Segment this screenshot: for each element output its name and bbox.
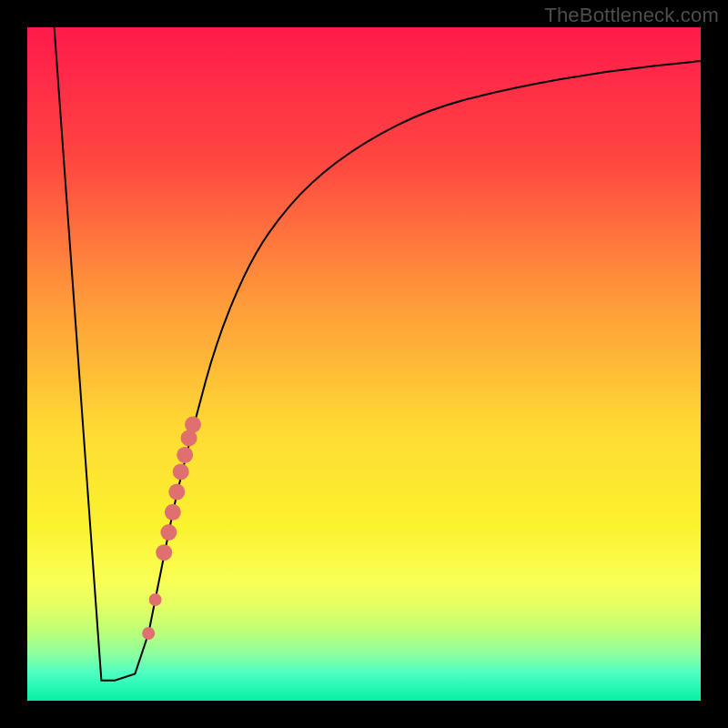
bottleneck-chart [27, 27, 701, 701]
highlight-point [177, 447, 193, 463]
chart-frame: TheBottleneck.com [0, 0, 728, 728]
highlight-point [156, 544, 172, 561]
highlight-point [185, 417, 201, 433]
highlight-point [160, 524, 177, 541]
highlight-point [165, 504, 181, 521]
highlight-point [173, 463, 189, 480]
gradient-background [27, 27, 701, 701]
attribution-text: TheBottleneck.com [544, 4, 719, 27]
highlight-point [168, 484, 185, 500]
highlight-point [142, 627, 155, 640]
highlight-point [149, 593, 162, 606]
